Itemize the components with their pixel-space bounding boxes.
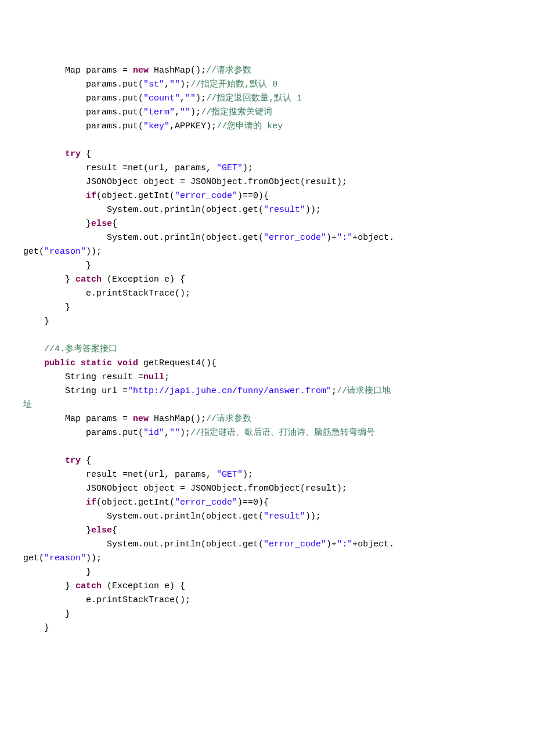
code-text (23, 428, 86, 438)
code-text: } (23, 623, 49, 633)
code-text: ); (180, 428, 190, 438)
code-text (23, 470, 86, 480)
code-text (23, 539, 107, 549)
code-text (23, 205, 107, 215)
code-text: e.printStackTrace(); (23, 595, 190, 605)
code-text: } (23, 261, 91, 271)
code-text: HashMap(); (149, 414, 206, 424)
code-text: Map params = (65, 414, 133, 424)
comment: //4.参考答案接口 (44, 344, 117, 354)
code-text: ); (180, 80, 190, 89)
code-text: )==0){ (237, 191, 269, 201)
code-text: (object.getInt( (96, 191, 175, 201)
string-literal: "reason" (44, 553, 86, 563)
code-text: System.out.println(object.get( (107, 205, 264, 215)
code-text: )); (305, 512, 321, 521)
code-text: System.out.println(object.get( (107, 233, 264, 243)
code-text: params.put( (86, 121, 143, 131)
keyword-catch: catch (75, 275, 102, 285)
code-text (23, 80, 86, 89)
code-text: )); (86, 247, 102, 257)
string-literal: "GET" (217, 470, 243, 480)
code-text (23, 121, 86, 131)
code-text: (Exception e) { (102, 581, 185, 591)
method-name: getRequest4(){ (138, 358, 217, 368)
code-text: (object.getInt( (96, 498, 175, 507)
code-text: )); (305, 205, 321, 215)
string-literal: ":" (337, 233, 352, 243)
keyword-new: new (133, 414, 149, 424)
code-text: )+ (326, 233, 337, 243)
code-text: params.put( (86, 93, 143, 103)
string-literal: "" (180, 107, 190, 117)
code-text: { (81, 456, 91, 466)
string-literal: "" (185, 93, 196, 103)
code-text: result =net(url, params, (86, 163, 217, 173)
string-literal: "error_code" (264, 233, 326, 243)
code-text: String result = (65, 372, 143, 382)
code-text (23, 372, 65, 382)
code-text: } (86, 219, 91, 229)
code-document: Map params = new HashMap();//请求参数 params… (0, 0, 534, 756)
string-literal: "error_code" (175, 498, 237, 507)
keyword-null: null (143, 372, 164, 382)
code-text (23, 107, 86, 117)
string-literal: "result" (264, 512, 305, 521)
code-text: , (180, 93, 185, 103)
string-literal: "count" (143, 93, 180, 103)
code-text (23, 233, 107, 243)
code-text: System.out.println(object.get( (107, 512, 264, 521)
code-text (23, 525, 86, 535)
code-text: } (23, 275, 75, 285)
code-text: } (23, 316, 49, 326)
code-text: get( (23, 247, 44, 257)
code-text: , (164, 428, 169, 438)
string-literal: ":" (337, 539, 352, 549)
comment: //请求参数 (206, 414, 251, 424)
code-text (23, 344, 44, 354)
code-text (23, 163, 86, 173)
code-text: String url = (65, 386, 128, 396)
code-text: } (23, 581, 75, 591)
code-text: get( (23, 553, 44, 563)
code-text: )==0){ (237, 498, 269, 507)
comment: //指定搜索关键词 (201, 107, 272, 117)
comment: //指定开始数,默认 0 (190, 80, 277, 89)
string-literal: "" (169, 428, 180, 438)
code-text: (Exception e) { (102, 275, 185, 285)
code-text: params.put( (86, 107, 143, 117)
code-text: ); (243, 470, 253, 480)
keyword-try: try (65, 456, 81, 466)
code-text: HashMap(); (149, 66, 206, 75)
keyword: public static void (44, 358, 138, 368)
code-text (23, 484, 86, 494)
comment: //指定返回数量,默认 1 (206, 93, 302, 103)
string-literal: "" (169, 80, 180, 89)
code-text: )+ (326, 539, 337, 549)
code-text (23, 358, 44, 368)
string-literal: "reason" (44, 247, 86, 257)
code-text (23, 456, 65, 466)
code-text: { (112, 525, 117, 535)
code-text (23, 66, 65, 75)
code-text: } (86, 525, 91, 535)
code-text: ; (331, 386, 337, 396)
code-text: params.put( (86, 80, 143, 89)
keyword-else: else (91, 525, 112, 535)
comment: //您申请的 key (217, 121, 283, 131)
code-text: ); (206, 121, 217, 131)
string-literal: "error_code" (175, 191, 237, 201)
code-text (23, 177, 86, 187)
string-literal: "http://japi.juhe.cn/funny/answer.from" (128, 386, 331, 396)
code-text: +object. (352, 539, 394, 549)
string-literal: "GET" (217, 163, 243, 173)
code-text: +object. (352, 233, 394, 243)
code-text: { (112, 219, 117, 229)
code-text (23, 93, 86, 103)
comment: 址 (23, 400, 32, 410)
string-literal: "st" (143, 80, 164, 89)
string-literal: "result" (264, 205, 305, 215)
keyword-new: new (133, 66, 149, 75)
code-text (23, 498, 86, 507)
code-text (23, 414, 65, 424)
